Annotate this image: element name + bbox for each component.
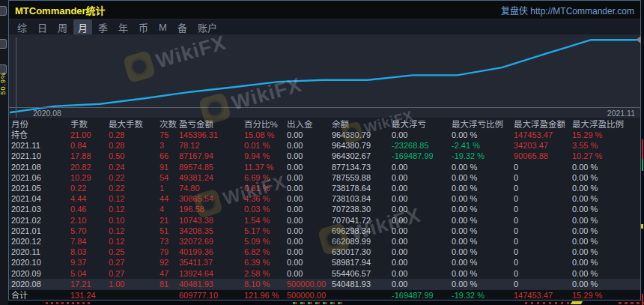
column-header-11[interactable]: 最大浮盈比例 <box>570 118 640 130</box>
window-title: MTCommander统计 <box>15 3 106 17</box>
row-2021-04[interactable]: 2021.044.440.124430865.544.36 %0.0073810… <box>9 193 640 204</box>
stats-table: 月份手数最大手数次数盈亏金额百分比%出入金余额最大浮亏最大浮亏比例最大浮盈金额最… <box>9 118 640 300</box>
column-header-9[interactable]: 最大浮亏比例 <box>449 118 511 130</box>
menu-item-m[interactable]: M <box>154 21 171 34</box>
menu-item-zhou[interactable]: 周 <box>53 19 72 35</box>
column-header-5[interactable]: 百分比% <box>242 118 285 130</box>
row-2021-02[interactable]: 2021.022.100.102110743.381.54 %0.0070704… <box>9 215 640 226</box>
candlestick-sliver <box>619 302 644 304</box>
row-2020-11[interactable]: 2020.118.030.257940199.366.82 %0.0063001… <box>9 247 640 257</box>
column-header-10[interactable]: 最大浮盈金额 <box>511 118 570 130</box>
balance-chart: 2020.08 2021.11 <box>9 34 640 118</box>
column-header-6[interactable]: 出入金 <box>285 118 329 130</box>
row-total[interactable]: 合计131.24609777.10121.96 %500000.00-16948… <box>9 290 640 300</box>
candlestick-sliver <box>642 159 643 171</box>
menu-bar: 综日周月季年币M备账户 <box>9 19 640 34</box>
row-2021-05[interactable]: 2021.050.220.22174.800.01 %0.00738178.64… <box>9 183 640 193</box>
column-header-8[interactable]: 最大浮亏 <box>389 118 449 130</box>
row-2021-10[interactable]: 2021.1017.880.506687167.949.94 %0.009643… <box>9 151 640 161</box>
menu-item-bei[interactable]: 备 <box>173 19 192 35</box>
column-header-3[interactable]: 次数 <box>157 118 177 130</box>
menu-item-ji[interactable]: 季 <box>94 19 112 35</box>
table-wrap: 月份手数最大手数次数盈亏金额百分比%出入金余额最大浮亏最大浮亏比例最大浮盈金额最… <box>9 118 640 300</box>
balance-curve-svg <box>9 34 640 118</box>
candlestick-sliver <box>641 224 643 229</box>
x-axis-end-label: 2021.11 <box>607 109 635 118</box>
column-header-2[interactable]: 最大手数 <box>106 118 157 130</box>
candlestick-sliver <box>46 302 91 304</box>
column-header-7[interactable]: 余额 <box>329 118 389 130</box>
candlestick-sliver <box>642 139 643 159</box>
menu-item-zong[interactable]: 综 <box>13 19 31 35</box>
title-bar: MTCommander统计 复盘侠 http://MTCommander.com <box>9 1 640 19</box>
menu-item-nian[interactable]: 年 <box>114 19 133 35</box>
underlying-window-strip-right <box>641 0 644 305</box>
stats-window: MTCommander统计 复盘侠 http://MTCommander.com… <box>8 0 641 301</box>
y-axis-line <box>16 37 16 118</box>
column-header-0[interactable]: 月份 <box>9 118 68 130</box>
row-2020-09[interactable]: 2020.095.040.274713924.642.58 %0.0055440… <box>9 268 640 279</box>
row-2020-08[interactable]: 2020.0817.211.008140481.938.10 %500000.0… <box>9 279 640 290</box>
candlestick-sliver <box>293 302 345 304</box>
candlestick-sliver <box>525 302 570 304</box>
row-2021-08[interactable]: 2021.0820.820.249189574.8511.37 %0.00877… <box>9 162 640 172</box>
menu-item-zhanghu[interactable]: 账户 <box>193 19 222 35</box>
row-2020-12[interactable]: 2020.127.840.127332072.695.09 %0.0066208… <box>9 236 640 247</box>
menu-item-ri[interactable]: 日 <box>33 19 52 35</box>
balance-line <box>10 40 636 112</box>
underlying-window-strip-bottom <box>8 301 641 305</box>
website-link[interactable]: 复盘侠 http://MTCommander.com <box>501 4 634 16</box>
row-2021-01[interactable]: 2021.015.700.125134208.355.17 %0.0069629… <box>9 226 640 236</box>
row-2021-03[interactable]: 2021.030.460.124196.580.03 %0.00707238.3… <box>9 204 640 214</box>
row-2021-06[interactable]: 2021.0610.290.225449381.246.69 %0.007875… <box>9 172 640 183</box>
x-axis-line <box>9 107 640 108</box>
toolbar-button-sliver[interactable] <box>0 6 7 16</box>
row-2020-10[interactable]: 2020.109.370.279235411.376.39 %0.0058981… <box>9 257 640 268</box>
underlying-axis-label: 50.9% <box>0 72 8 95</box>
menu-item-bi[interactable]: 币 <box>134 19 153 35</box>
column-header-4[interactable]: 盈亏金额 <box>177 118 242 130</box>
row-position[interactable]: 持仓21.000.2875145396.3115.08 %0.00964380.… <box>9 130 640 140</box>
menu-item-yue[interactable]: 月 <box>73 19 92 35</box>
column-header-1[interactable]: 手数 <box>68 118 106 130</box>
row-2021-11[interactable]: 2021.110.840.28378.120.01 %0.00964380.79… <box>9 140 640 151</box>
underlying-window-strip-left: 50.9% <box>0 0 8 305</box>
cursor-arrow-icon <box>636 36 641 43</box>
x-axis-start-label: 2020.08 <box>33 109 61 118</box>
candlestick-sliver <box>571 301 583 304</box>
screen: 50.9% MTCommander统计 复盘侠 http://MTCommand… <box>0 0 644 305</box>
toolbar-button-sliver[interactable] <box>0 39 7 49</box>
